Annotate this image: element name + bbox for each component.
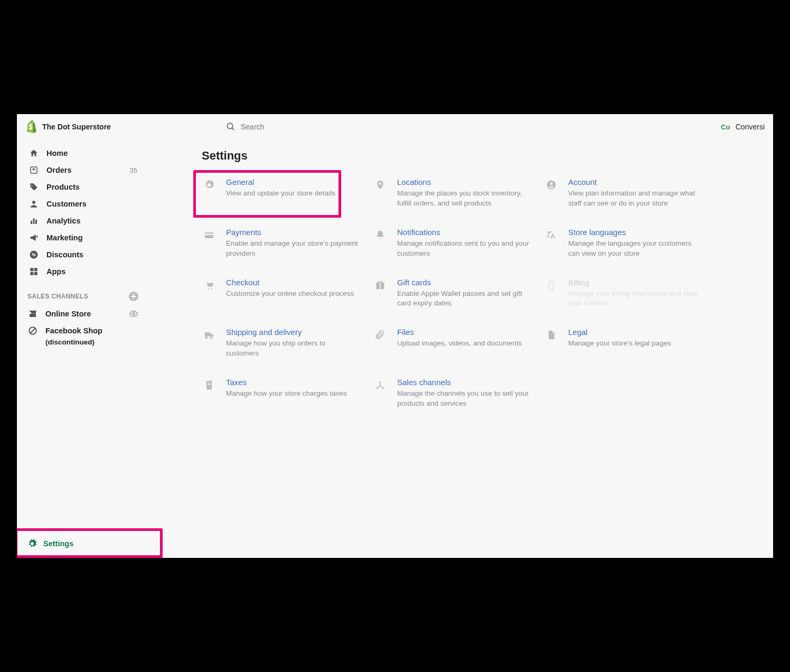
sidebar-item-products[interactable]: Products (21, 179, 145, 195)
card-desc: Manage your billing information and view… (568, 289, 702, 309)
person-icon (29, 199, 39, 209)
store-name: The Dot Superstore (42, 123, 111, 131)
sidebar-item-analytics[interactable]: Analytics (21, 212, 145, 229)
orders-badge: 35 (130, 166, 137, 174)
card-title: Notifications (397, 228, 531, 237)
page-title: Settings (202, 149, 752, 163)
account-menu[interactable]: Co Conversi (720, 121, 765, 133)
card-desc: Manage the places you stock inventory, f… (397, 189, 531, 209)
sales-channels-label: SALES CHANNELS (27, 293, 88, 300)
sidebar-item-label: Discounts (46, 250, 83, 259)
search-placeholder: Search (241, 123, 264, 131)
svg-text:%: % (32, 253, 36, 257)
svg-rect-9 (30, 268, 33, 271)
sidebar-item-discounts[interactable]: % Discounts (21, 246, 145, 263)
tag-icon (29, 182, 39, 192)
cancel-icon (27, 325, 38, 336)
sidebar-item-home[interactable]: Home (21, 145, 145, 162)
card-desc: Manage notifications sent to you and you… (397, 239, 531, 259)
gear-icon (202, 178, 217, 192)
card-desc: Upload images, videos, and documents (397, 339, 522, 349)
doc-icon (544, 328, 559, 342)
svg-point-0 (227, 123, 233, 129)
bars-icon (29, 216, 39, 226)
card-files[interactable]: Files Upload images, videos, and documen… (373, 328, 531, 359)
card-desc: Enable Apple Wallet passes and set gift … (397, 289, 531, 309)
svg-point-13 (133, 313, 135, 315)
topbar: The Dot Superstore Search Co Conversi (17, 114, 773, 139)
svg-point-20 (208, 288, 209, 290)
card-title: Locations (397, 178, 531, 186)
card-gift-cards[interactable]: Gift cards Enable Apple Wallet passes an… (373, 278, 531, 309)
megaphone-icon (29, 232, 39, 243)
sidebar-item-label: Analytics (46, 217, 80, 225)
card-shipping[interactable]: Shipping and delivery Manage how you shi… (202, 328, 360, 359)
search-icon (226, 122, 236, 132)
card-sales-channels[interactable]: Sales channels Manage the channels you u… (373, 378, 531, 409)
svg-point-26 (205, 337, 207, 339)
svg-rect-25 (549, 281, 553, 290)
card-desc: Enable and manage your store's payment p… (226, 239, 360, 259)
brand[interactable]: The Dot Superstore (25, 120, 168, 133)
card-title: Payments (226, 228, 360, 237)
sidebar-item-customers[interactable]: Customers (21, 195, 145, 212)
card-title: Taxes (226, 378, 347, 387)
card-desc: Customize your online checkout process (226, 289, 354, 299)
card-notifications[interactable]: Notifications Manage notifications sent … (373, 228, 531, 259)
svg-line-15 (31, 329, 35, 333)
svg-point-31 (379, 381, 381, 383)
card-title: Legal (568, 328, 671, 337)
card-store-languages[interactable]: Store languages Manage the languages you… (544, 228, 702, 259)
card-legal[interactable]: Legal Manage your store's legal pages (544, 328, 702, 359)
card-taxes[interactable]: Taxes Manage how your store charges taxe… (202, 378, 360, 409)
primary-nav: Home Orders 35 Products (17, 145, 149, 280)
card-payments[interactable]: Payments Enable and manage your store's … (202, 228, 360, 259)
card-account[interactable]: Account View plan information and manage… (544, 178, 702, 209)
card-title: Billing (568, 278, 702, 287)
channel-label: Online Store (45, 310, 91, 318)
sales-channels-header: SALES CHANNELS (17, 280, 149, 305)
eye-icon[interactable] (129, 309, 138, 319)
add-channel-button[interactable] (129, 292, 138, 301)
card-desc: Manage your store's legal pages (568, 339, 671, 349)
card-title: Account (568, 178, 702, 186)
sidebar-item-apps[interactable]: Apps (21, 263, 145, 280)
truck-icon (202, 328, 217, 342)
svg-rect-4 (31, 221, 32, 224)
sidebar-item-marketing[interactable]: Marketing (21, 229, 145, 246)
gift-icon (373, 278, 388, 293)
card-title: Checkout (226, 278, 354, 287)
card-checkout[interactable]: Checkout Customize your online checkout … (202, 278, 360, 309)
account-badge-icon: Co (720, 121, 731, 133)
search-input[interactable]: Search (168, 122, 720, 132)
channel-sub-label: (discontinued) (17, 338, 149, 346)
sidebar-item-label: Orders (46, 166, 72, 174)
sidebar-item-orders[interactable]: Orders 35 (21, 162, 145, 179)
orders-icon (29, 165, 39, 175)
card-desc: Manage the languages your customers can … (568, 239, 702, 259)
card-locations[interactable]: Locations Manage the places you stock in… (373, 178, 531, 209)
svg-rect-6 (35, 220, 37, 224)
svg-rect-10 (34, 268, 37, 271)
clip-icon (373, 328, 388, 342)
svg-rect-11 (30, 272, 33, 275)
sidebar-item-label: Home (46, 149, 68, 157)
card-billing[interactable]: Billing Manage your billing information … (544, 278, 702, 309)
card-title: Shipping and delivery (226, 328, 360, 337)
card-title: Gift cards (397, 278, 531, 287)
channels-icon (373, 378, 388, 393)
card-title: Store languages (568, 228, 702, 237)
settings-link[interactable]: Settings (21, 534, 145, 554)
card-desc: Manage how your store charges taxes (226, 389, 347, 399)
sidebar-item-label: Apps (46, 267, 65, 276)
channel-facebook-shop[interactable]: Facebook Shop (17, 322, 149, 339)
card-general[interactable]: General View and update your store detai… (202, 178, 360, 209)
phone-icon (544, 278, 559, 293)
svg-rect-19 (205, 234, 214, 235)
svg-rect-5 (33, 219, 35, 225)
channel-online-store[interactable]: Online Store (17, 305, 149, 322)
channel-label: Facebook Shop (45, 326, 102, 335)
settings-grid: General View and update your store detai… (202, 178, 752, 409)
bell-icon (373, 228, 388, 242)
svg-point-3 (32, 201, 35, 204)
